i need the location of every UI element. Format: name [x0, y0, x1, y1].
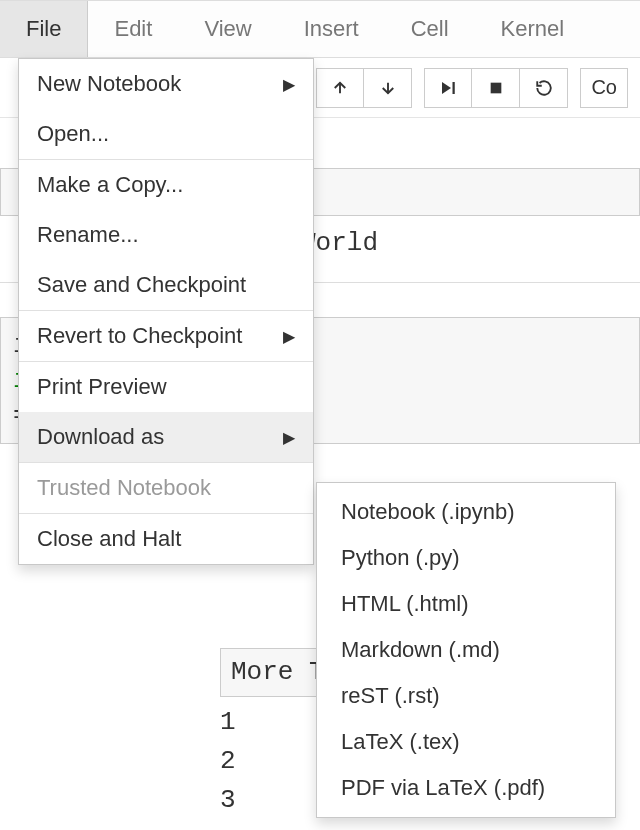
refresh-icon	[535, 79, 553, 97]
menu-label: Close and Halt	[37, 526, 181, 552]
arrow-up-icon	[331, 79, 349, 97]
menu-open[interactable]: Open...	[19, 109, 313, 159]
stop-icon	[488, 80, 504, 96]
arrow-down-icon	[379, 79, 397, 97]
menu-label: Open...	[37, 121, 109, 147]
menu-make-a-copy[interactable]: Make a Copy...	[19, 160, 313, 210]
menu-edit[interactable]: Edit	[88, 1, 178, 57]
step-forward-icon	[439, 79, 457, 97]
chevron-right-icon: ▶	[283, 428, 295, 447]
file-dropdown: New Notebook ▶ Open... Make a Copy... Re…	[18, 58, 314, 565]
download-html[interactable]: HTML (.html)	[317, 581, 615, 627]
menu-view[interactable]: View	[178, 1, 277, 57]
download-pdf[interactable]: PDF via LaTeX (.pdf)	[317, 765, 615, 811]
download-ipynb[interactable]: Notebook (.ipynb)	[317, 489, 615, 535]
download-tex[interactable]: LaTeX (.tex)	[317, 719, 615, 765]
menu-cell[interactable]: Cell	[385, 1, 475, 57]
toolbar-move-group	[316, 68, 412, 108]
move-down-button[interactable]	[364, 68, 412, 108]
interrupt-button[interactable]	[472, 68, 520, 108]
download-rst[interactable]: reST (.rst)	[317, 673, 615, 719]
chevron-right-icon: ▶	[283, 75, 295, 94]
download-md[interactable]: Markdown (.md)	[317, 627, 615, 673]
run-button[interactable]	[424, 68, 472, 108]
svg-rect-0	[453, 82, 455, 94]
menu-insert[interactable]: Insert	[278, 1, 385, 57]
chevron-right-icon: ▶	[283, 327, 295, 346]
menu-label: Revert to Checkpoint	[37, 323, 242, 349]
menubar: File Edit View Insert Cell Kernel	[0, 0, 640, 58]
menu-label: Download as	[37, 424, 164, 450]
menu-trusted-notebook: Trusted Notebook	[19, 463, 313, 513]
svg-rect-1	[491, 82, 502, 93]
celltype-select[interactable]: Co	[580, 68, 628, 108]
menu-close-and-halt[interactable]: Close and Halt	[19, 514, 313, 564]
restart-button[interactable]	[520, 68, 568, 108]
menu-save-and-checkpoint[interactable]: Save and Checkpoint	[19, 260, 313, 310]
menu-label: Save and Checkpoint	[37, 272, 246, 298]
move-up-button[interactable]	[316, 68, 364, 108]
menu-new-notebook[interactable]: New Notebook ▶	[19, 59, 313, 109]
menu-label: Make a Copy...	[37, 172, 183, 198]
menu-kernel[interactable]: Kernel	[475, 1, 591, 57]
download-py[interactable]: Python (.py)	[317, 535, 615, 581]
menu-revert-to-checkpoint[interactable]: Revert to Checkpoint ▶	[19, 311, 313, 361]
download-as-submenu: Notebook (.ipynb) Python (.py) HTML (.ht…	[316, 482, 616, 818]
menu-label: Print Preview	[37, 374, 167, 400]
menu-download-as[interactable]: Download as ▶	[19, 412, 313, 462]
menu-label: New Notebook	[37, 71, 181, 97]
menu-label: Trusted Notebook	[37, 475, 211, 501]
toolbar-run-group	[424, 68, 568, 108]
celltype-label: Co	[591, 76, 617, 99]
menu-file[interactable]: File	[0, 1, 88, 57]
menu-label: Rename...	[37, 222, 139, 248]
menu-rename[interactable]: Rename...	[19, 210, 313, 260]
menu-print-preview[interactable]: Print Preview	[19, 362, 313, 412]
